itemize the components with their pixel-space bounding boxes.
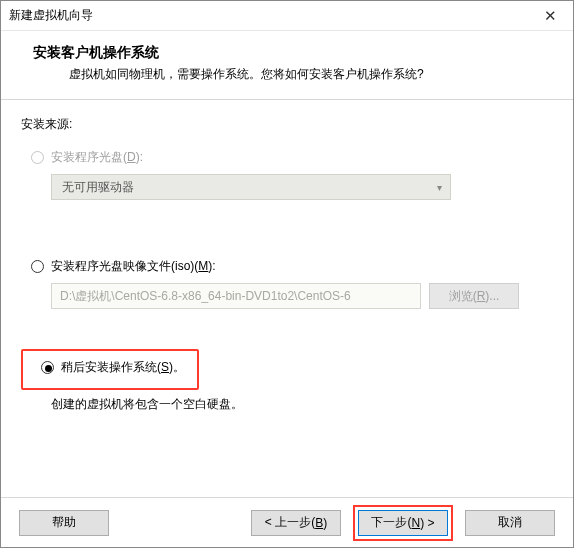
highlight-box-later: 稍后安装操作系统(S)。 <box>21 349 199 390</box>
cancel-button[interactable]: 取消 <box>465 510 555 536</box>
radio-install-later[interactable]: 稍后安装操作系统(S)。 <box>41 359 185 376</box>
close-button[interactable]: ✕ <box>528 2 573 30</box>
wizard-header: 安装客户机操作系统 虚拟机如同物理机，需要操作系统。您将如何安装客户机操作系统? <box>1 31 573 100</box>
drive-combo-value: 无可用驱动器 <box>62 179 134 196</box>
close-icon: ✕ <box>544 7 557 25</box>
page-subheading: 虚拟机如同物理机，需要操作系统。您将如何安装客户机操作系统? <box>69 66 561 83</box>
titlebar: 新建虚拟机向导 ✕ <box>1 1 573 31</box>
back-button[interactable]: < 上一步(B) <box>251 510 341 536</box>
radio-installer-disc: 安装程序光盘(D): <box>31 149 553 166</box>
browse-button: 浏览(R)... <box>429 283 519 309</box>
iso-row: D:\虚拟机\CentOS-6.8-x86_64-bin-DVD1to2\Cen… <box>51 283 553 309</box>
window-title: 新建虚拟机向导 <box>9 7 93 24</box>
radio-iso[interactable]: 安装程序光盘映像文件(iso)(M): <box>31 258 553 275</box>
drive-combo: 无可用驱动器 ▾ <box>51 174 451 200</box>
install-later-hint: 创建的虚拟机将包含一个空白硬盘。 <box>51 396 553 413</box>
radio-icon <box>31 151 44 164</box>
footer: 帮助 < 上一步(B) 下一步(N) > 取消 <box>1 497 573 547</box>
help-button[interactable]: 帮助 <box>19 510 109 536</box>
iso-path-field: D:\虚拟机\CentOS-6.8-x86_64-bin-DVD1to2\Cen… <box>51 283 421 309</box>
content-area: 安装来源: 安装程序光盘(D): 无可用驱动器 ▾ 安装程序光盘映像文件(iso… <box>1 100 573 423</box>
radio-install-later-label: 稍后安装操作系统(S)。 <box>61 359 185 376</box>
radio-iso-label: 安装程序光盘映像文件(iso)(M): <box>51 258 216 275</box>
page-heading: 安装客户机操作系统 <box>33 44 561 62</box>
install-source-label: 安装来源: <box>21 116 553 133</box>
radio-icon <box>41 361 54 374</box>
radio-installer-disc-label: 安装程序光盘(D): <box>51 149 143 166</box>
chevron-down-icon: ▾ <box>437 182 442 193</box>
highlight-box-next: 下一步(N) > <box>353 505 453 541</box>
radio-icon <box>31 260 44 273</box>
next-button[interactable]: 下一步(N) > <box>358 510 448 536</box>
